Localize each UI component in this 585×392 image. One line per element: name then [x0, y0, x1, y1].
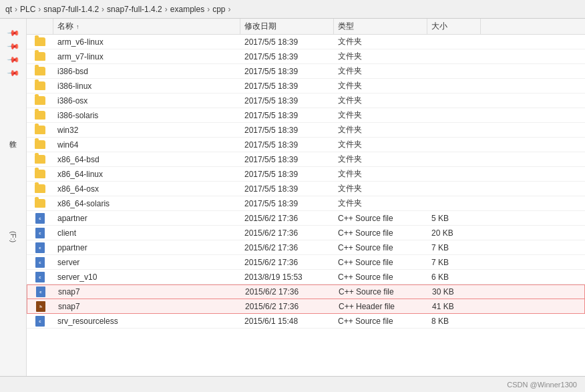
- table-row[interactable]: win322017/5/5 18:39文件夹: [27, 123, 585, 138]
- cpp-source-icon: c: [35, 228, 45, 238]
- table-row[interactable]: cclient2015/6/2 17:36C++ Source file20 K…: [27, 226, 585, 240]
- file-name: ppartner: [53, 243, 240, 252]
- col-header-name[interactable]: 名称 ↑: [53, 19, 240, 34]
- col-header-size[interactable]: 大小: [427, 19, 481, 34]
- table-row[interactable]: i386-bsd2017/5/5 18:39文件夹: [27, 64, 585, 79]
- folder-icon: [35, 37, 45, 46]
- file-icon: c: [27, 242, 53, 253]
- file-modified: 2013/8/19 15:53: [240, 272, 334, 282]
- file-modified: 2015/6/2 17:36: [240, 214, 334, 223]
- table-row[interactable]: i386-osx2017/5/5 18:39文件夹: [27, 93, 585, 108]
- file-type: C++ Source file: [334, 228, 427, 238]
- pin-icon-2[interactable]: 📌: [7, 39, 20, 53]
- col-header-extra: [481, 19, 585, 34]
- file-name: server_v10: [53, 272, 240, 282]
- cpp-source-icon: c: [35, 316, 45, 327]
- file-modified: 2017/5/5 18:39: [240, 111, 334, 120]
- file-name: snap7: [54, 302, 241, 311]
- cpp-source-icon: c: [36, 286, 45, 297]
- file-name: win64: [53, 140, 240, 150]
- col-header-icon: [27, 19, 53, 34]
- file-explorer-window: qt › PLC › snap7-full-1.4.2 › snap7-full…: [0, 0, 585, 392]
- file-name: i386-bsd: [53, 67, 240, 76]
- table-row[interactable]: x86_64-linux2017/5/5 18:39文件夹: [27, 167, 585, 182]
- breadcrumb-cpp[interactable]: cpp: [212, 5, 225, 14]
- table-row[interactable]: arm_v7-linux2017/5/5 18:39文件夹: [27, 49, 585, 64]
- file-type: 文件夹: [334, 168, 427, 180]
- file-name: arm_v6-linux: [53, 37, 240, 47]
- file-name: snap7: [54, 287, 241, 297]
- file-size: 8 KB: [427, 317, 481, 326]
- table-row[interactable]: i386-solaris2017/5/5 18:39文件夹: [27, 108, 585, 123]
- file-modified: 2015/6/2 17:36: [240, 258, 334, 267]
- file-list-area: 名称 ↑ 修改日期 类型 大小 arm_v6-linux2017/5/5 18:…: [27, 19, 585, 376]
- table-row[interactable]: x86_64-osx2017/5/5 18:39文件夹: [27, 182, 585, 196]
- file-icon: c: [27, 257, 53, 268]
- table-row[interactable]: win642017/5/5 18:39文件夹: [27, 138, 585, 152]
- folder-icon: [35, 111, 45, 120]
- file-modified: 2017/5/5 18:39: [240, 126, 334, 135]
- column-headers: 名称 ↑ 修改日期 类型 大小: [27, 19, 585, 35]
- folder-icon: [35, 67, 45, 75]
- breadcrumb-qt[interactable]: qt: [5, 5, 12, 14]
- cpp-source-icon: c: [35, 213, 45, 224]
- file-type: 文件夹: [334, 139, 427, 150]
- table-row[interactable]: cppartner2015/6/2 17:36C++ Source file7 …: [27, 240, 585, 255]
- folder-icon: [35, 170, 45, 178]
- file-type: C++ Header file: [335, 302, 428, 311]
- file-modified: 2015/6/2 17:36: [241, 302, 335, 311]
- file-icon: c: [27, 213, 53, 224]
- file-icon: c: [27, 228, 53, 238]
- file-icon: [27, 81, 53, 90]
- file-type: 文件夹: [334, 95, 427, 106]
- breadcrumb-examples[interactable]: examples: [170, 5, 204, 14]
- file-modified: 2015/6/2 17:36: [240, 243, 334, 252]
- file-modified: 2017/5/5 18:39: [240, 140, 334, 150]
- breadcrumb-plc[interactable]: PLC: [20, 5, 35, 14]
- file-name: srv_resourceless: [53, 317, 240, 326]
- file-size: 6 KB: [427, 272, 481, 282]
- breadcrumb-snap7-2[interactable]: snap7-full-1.4.2: [107, 5, 162, 14]
- table-row[interactable]: csrv_resourceless2015/6/1 15:48C++ Sourc…: [27, 314, 585, 329]
- table-row[interactable]: arm_v6-linux2017/5/5 18:39文件夹: [27, 35, 585, 49]
- folder-icon: [35, 155, 45, 164]
- table-row[interactable]: capartner2015/6/2 17:36C++ Source file5 …: [27, 211, 585, 226]
- file-type: 文件夹: [334, 36, 427, 47]
- breadcrumb-snap7-1[interactable]: snap7-full-1.4.2: [43, 5, 99, 14]
- table-row[interactable]: cserver_v102013/8/19 15:53C++ Source fil…: [27, 270, 585, 284]
- table-row[interactable]: x86_64-solaris2017/5/5 18:39文件夹: [27, 196, 585, 211]
- sidebar-labels: 软件 (F:): [8, 81, 18, 376]
- file-name: i386-osx: [53, 96, 240, 106]
- file-size: 30 KB: [428, 287, 481, 297]
- cpp-source-icon: c: [35, 272, 45, 282]
- cpp-source-icon: c: [35, 257, 45, 268]
- file-icon: c: [27, 272, 53, 282]
- file-type: 文件夹: [334, 80, 427, 91]
- pin-icon-1[interactable]: 📌: [7, 26, 20, 39]
- table-row[interactable]: i386-linux2017/5/5 18:39文件夹: [27, 79, 585, 93]
- file-modified: 2017/5/5 18:39: [240, 52, 334, 61]
- file-size: 41 KB: [428, 302, 481, 311]
- table-row[interactable]: csnap72015/6/2 17:36C++ Source file30 KB: [27, 284, 585, 299]
- file-icon: [27, 126, 53, 134]
- file-icon: [27, 111, 53, 120]
- folder-icon: [35, 140, 45, 149]
- pin-icon-3[interactable]: 📌: [7, 53, 20, 66]
- file-type: C++ Source file: [334, 272, 427, 282]
- file-name: server: [53, 258, 240, 267]
- col-header-modified[interactable]: 修改日期: [240, 19, 334, 34]
- file-name: x86_64-bsd: [53, 155, 240, 164]
- file-name: x86_64-osx: [53, 184, 240, 194]
- file-icon: [27, 184, 53, 193]
- table-row[interactable]: x86_64-bsd2017/5/5 18:39文件夹: [27, 152, 585, 167]
- file-modified: 2015/6/2 17:36: [240, 228, 334, 238]
- status-bar: CSDN @Winner1300: [0, 376, 585, 392]
- pin-icon-4[interactable]: 📌: [7, 66, 20, 79]
- file-name: i386-linux: [53, 81, 240, 91]
- table-row[interactable]: cserver2015/6/2 17:36C++ Source file7 KB: [27, 255, 585, 270]
- col-header-type[interactable]: 类型: [334, 19, 427, 34]
- table-row[interactable]: hsnap72015/6/2 17:36C++ Header file41 KB: [27, 299, 585, 314]
- file-name: win32: [53, 126, 240, 135]
- file-modified: 2017/5/5 18:39: [240, 81, 334, 91]
- file-type: 文件夹: [334, 154, 427, 165]
